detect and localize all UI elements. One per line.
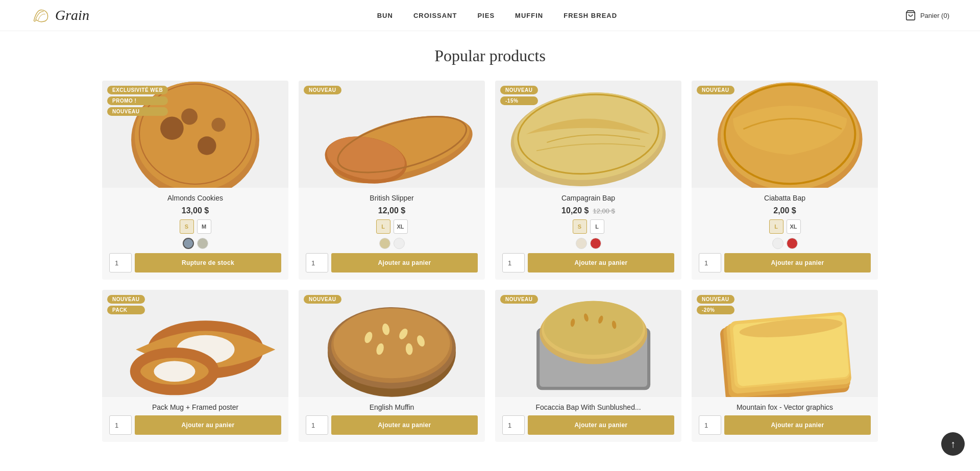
color-swatch[interactable] [576,238,587,249]
add-to-cart-button[interactable]: Ajouter au panier [724,415,871,435]
cart-row: Ajouter au panier [699,253,871,272]
product-info: English Muffin Ajouter au panier [299,397,485,442]
badges-container: NOUVEAU [304,295,341,304]
product-card: NOUVEAU Focaccia Bap With Sunblushed... … [495,290,681,442]
cart-icon [905,10,916,21]
scroll-to-top-button[interactable]: ↑ [941,432,965,456]
product-badge: -20% [697,306,734,314]
size-button[interactable]: L [376,219,390,234]
product-badge: -15% [500,96,538,105]
cart-area[interactable]: Panier (0) [905,10,949,21]
product-badge: NOUVEAU [500,86,538,94]
product-price: 12,00 $ [378,206,405,215]
product-price-old: 12,00 $ [593,207,615,215]
price-row: 10,20 $ 12,00 $ [502,206,674,215]
nav-item-muffin[interactable]: MUFFIN [515,12,543,19]
product-card: NOUVEAU-15% Campagrain Bap 10,20 $ 12,00… [495,81,681,280]
svg-point-5 [181,109,198,125]
cart-row: Rupture de stock [109,253,281,272]
badges-container: NOUVEAU [500,295,538,304]
quantity-input[interactable] [502,253,525,272]
color-selector [502,238,674,249]
quantity-input[interactable] [306,253,328,272]
size-selector: SL [502,219,674,234]
size-button[interactable]: L [769,219,783,234]
logo-area[interactable]: Grain [31,5,89,26]
color-swatch[interactable] [394,238,405,249]
product-name: Ciabatta Bap [699,194,871,202]
product-badge: NOUVEAU [500,295,538,304]
badges-container: NOUVEAU [697,86,734,94]
add-to-cart-button[interactable]: Ajouter au panier [528,253,674,272]
product-image-area: NOUVEAU-20% [692,290,878,397]
cart-label: Panier (0) [920,12,949,19]
cart-row: Ajouter au panier [306,415,478,435]
badges-container: NOUVEAU-15% [500,86,538,105]
size-button[interactable]: XL [787,219,801,234]
add-to-cart-button[interactable]: Ajouter au panier [135,415,281,435]
product-card: NOUVEAU Ciabatta Bap 2,00 $ LXL Ajouter … [692,81,878,280]
product-price: 13,00 $ [182,206,209,215]
product-badge: PACK [107,306,145,314]
quantity-input[interactable] [109,415,132,435]
product-image-area: NOUVEAU [692,81,878,188]
size-button[interactable]: S [573,219,587,234]
color-swatch[interactable] [772,238,783,249]
nav-item-pies[interactable]: PIES [477,12,495,19]
header: Grain BUN CROISSANT PIES MUFFIN FRESH BR… [0,0,980,31]
size-selector: SM [109,219,281,234]
cart-row: Ajouter au panier [502,415,674,435]
add-to-cart-button[interactable]: Ajouter au panier [331,253,478,272]
nav-item-fresh-bread[interactable]: FRESH BREAD [564,12,617,19]
product-name: Pack Mug + Framed poster [109,403,281,411]
color-selector [306,238,478,249]
price-row: 12,00 $ [306,206,478,215]
cart-row: Ajouter au panier [502,253,674,272]
product-price: 10,20 $ [561,206,589,215]
color-swatch[interactable] [590,238,601,249]
quantity-input[interactable] [109,253,132,272]
size-button[interactable]: M [197,219,211,234]
quantity-input[interactable] [699,253,721,272]
product-image-area: NOUVEAUPACK [102,290,288,397]
product-name: Campagrain Bap [502,194,674,202]
size-selector: LXL [306,219,478,234]
badges-container: NOUVEAUPACK [107,295,145,314]
quantity-input[interactable] [306,415,328,435]
product-badge: NOUVEAU [697,295,734,304]
product-name: English Muffin [306,403,478,411]
add-to-cart-button[interactable]: Ajouter au panier [724,253,871,272]
out-of-stock-button[interactable]: Rupture de stock [135,253,281,272]
quantity-input[interactable] [699,415,721,435]
nav-item-croissant[interactable]: CROISSANT [413,12,457,19]
product-info: Almonds Cookies 13,00 $ SM Rupture de st… [102,188,288,280]
product-image-area: NOUVEAU-15% [495,81,681,188]
svg-point-39 [544,301,643,355]
product-card: NOUVEAU-20% Mountain fox - Vector graphi… [692,290,878,442]
add-to-cart-button[interactable]: Ajouter au panier [331,415,478,435]
product-image-area: NOUVEAU [299,290,485,397]
add-to-cart-button[interactable]: Ajouter au panier [528,415,674,435]
product-badge: NOUVEAU [697,86,734,94]
color-swatch[interactable] [379,238,390,249]
product-name: Almonds Cookies [109,194,281,202]
cart-row: Ajouter au panier [699,415,871,435]
product-price: 2,00 $ [773,206,796,215]
size-selector: LXL [699,219,871,234]
size-button[interactable]: L [590,219,604,234]
product-badge: PROMO ! [107,96,168,105]
quantity-input[interactable] [502,415,525,435]
svg-point-4 [198,137,216,156]
product-grid: EXCLUSIVITÉ WEBPROMO !NOUVEAU Almonds Co… [102,81,878,442]
nav-item-bun[interactable]: BUN [377,12,393,19]
color-swatch[interactable] [787,238,798,249]
size-button[interactable]: XL [394,219,408,234]
color-selector [699,238,871,249]
svg-point-28 [333,309,450,379]
color-swatch[interactable] [183,238,194,249]
color-swatch[interactable] [197,238,208,249]
product-badge: EXCLUSIVITÉ WEB [107,86,168,94]
product-card: NOUVEAUPACK Pack Mug + Framed poster Ajo… [102,290,288,442]
size-button[interactable]: S [180,219,194,234]
product-info: British Slipper 12,00 $ LXL Ajouter au p… [299,188,485,280]
